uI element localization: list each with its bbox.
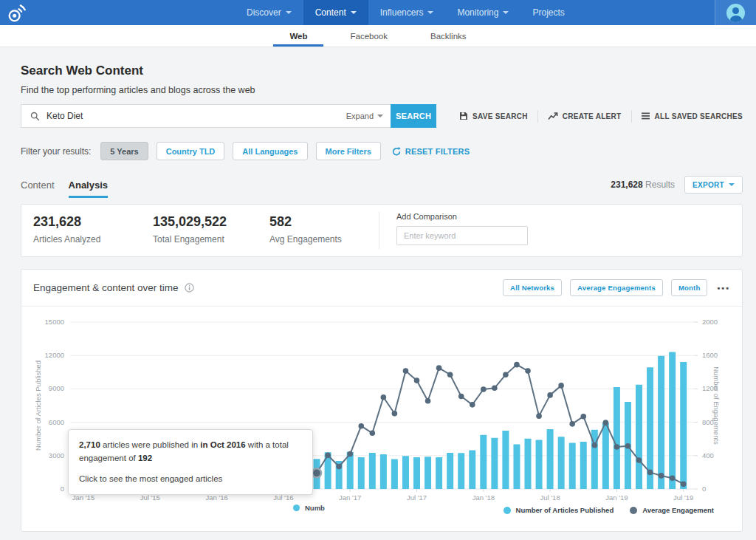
engagement-chart-card: Engagement & content over time All Netwo… — [21, 269, 743, 532]
nav-item-label: Monitoring — [457, 7, 498, 18]
nav-item-label: Projects — [532, 7, 564, 18]
tooltip-engagement-value: 192 — [138, 454, 152, 462]
legend-label: Number of Articles Published — [516, 506, 614, 514]
tab-web[interactable]: Web — [273, 25, 323, 47]
export-label: EXPORT — [693, 181, 724, 189]
page-title: Search Web Content — [21, 64, 743, 78]
stat-total-engagement: 135,029,522 Total Engagement — [153, 214, 227, 245]
nav-item-label: Influencers — [380, 7, 424, 18]
legend-partial-label: Numb — [305, 504, 325, 512]
divider — [631, 110, 632, 123]
filter-label: Filter your results: — [21, 146, 91, 157]
tooltip-text-1: articles were published in — [100, 440, 201, 449]
chart-menu-button[interactable]: ••• — [717, 284, 730, 293]
all-saved-searches-button[interactable]: ALL SAVED SEARCHES — [642, 112, 743, 120]
filter-chip-5-years[interactable]: 5 Years — [100, 142, 148, 160]
tab-analysis[interactable]: Analysis — [69, 180, 108, 198]
chart-button-average-engagements[interactable]: Average Engagements — [570, 279, 663, 296]
account-menu[interactable] — [715, 0, 756, 25]
svg-text:800: 800 — [702, 418, 714, 426]
export-button[interactable]: EXPORT — [684, 176, 743, 194]
main-content: Search Web Content Find the top performi… — [0, 47, 756, 532]
svg-text:6000: 6000 — [49, 418, 64, 426]
tab-label: Facebook — [350, 32, 388, 41]
avatar-body — [730, 16, 742, 22]
nav-item-monitoring[interactable]: Monitoring — [445, 0, 520, 25]
tab-content[interactable]: Content — [21, 180, 55, 198]
comparison-label: Add Comparison — [396, 212, 528, 221]
filter-chip-country-tld[interactable]: Country TLD — [157, 142, 225, 160]
user-avatar — [726, 4, 745, 22]
reset-filters-button[interactable]: RESET FILTERS — [392, 147, 470, 156]
tab-facebook[interactable]: Facebook — [334, 25, 404, 47]
avatar-head — [732, 7, 739, 14]
engagement-chart[interactable]: Number of Articles Published Number of E… — [21, 307, 742, 530]
nav-item-content[interactable]: Content — [303, 0, 368, 25]
tooltip-text: 2,710 articles were published in in Oct … — [79, 439, 302, 465]
info-icon[interactable] — [185, 283, 194, 293]
tab-label: Web — [289, 32, 307, 41]
tooltip-articles-value: 2,710 — [79, 440, 100, 449]
stat-label: Avg Engagements — [269, 234, 342, 245]
chart-header: Engagement & content over time All Netwo… — [21, 270, 742, 307]
svg-text:2000: 2000 — [702, 318, 718, 326]
nav-item-influencers[interactable]: Influencers — [368, 0, 446, 25]
content-type-subnav: Web Facebook Backlinks — [0, 25, 756, 47]
svg-text:Jan '17: Jan '17 — [339, 493, 361, 502]
svg-text:Jan '19: Jan '19 — [605, 493, 628, 502]
stat-label: Articles Analyzed — [33, 234, 100, 245]
save-icon — [459, 112, 468, 120]
svg-text:12000: 12000 — [45, 351, 64, 359]
legend-item-articles-published[interactable]: Number of Articles Published — [504, 506, 614, 514]
chart-title-text: Engagement & content over time — [33, 282, 179, 293]
create-alert-label: CREATE ALERT — [563, 112, 622, 120]
y-axis-right-title: Number of Engagements — [712, 366, 721, 445]
svg-text:Jul '18: Jul '18 — [540, 493, 560, 502]
nav-item-label: Discover — [247, 7, 281, 18]
refresh-icon — [392, 147, 401, 156]
chart-controls: All Networks Average Engagements Month •… — [503, 279, 730, 296]
save-search-button[interactable]: SAVE SEARCH — [459, 112, 528, 120]
svg-text:Jul '19: Jul '19 — [673, 493, 693, 502]
top-navbar: Discover Content Influencers Monitoring … — [0, 0, 756, 25]
add-comparison: Add Comparison — [396, 212, 528, 245]
tab-backlinks[interactable]: Backlinks — [414, 25, 483, 47]
chart-button-all-networks[interactable]: All Networks — [503, 279, 562, 296]
tooltip-cta: Click to see the most engaged articles — [79, 473, 302, 486]
filter-row: Filter your results: 5 Years Country TLD… — [21, 142, 743, 160]
save-search-label: SAVE SEARCH — [472, 112, 528, 120]
results-tabs-row: Content Analysis 231,628 Results EXPORT — [21, 176, 743, 198]
svg-text:0: 0 — [702, 485, 706, 493]
svg-text:0: 0 — [61, 485, 64, 493]
results-word: Results — [645, 180, 675, 190]
chevron-down-icon — [729, 183, 735, 186]
legend-dot — [504, 507, 511, 514]
buzzsumo-logo-icon — [7, 3, 27, 23]
legend-label: Average Engagement — [642, 506, 714, 514]
chart-legend: Number of Articles Published Average Eng… — [504, 506, 714, 514]
comparison-keyword-input[interactable] — [396, 226, 528, 245]
nav-item-label: Content — [315, 7, 346, 18]
nav-item-discover[interactable]: Discover — [235, 0, 303, 25]
svg-text:1200: 1200 — [702, 384, 718, 392]
buzzsumo-logo[interactable] — [0, 0, 34, 25]
search-button[interactable]: SEARCH — [391, 104, 436, 128]
expand-toggle[interactable]: Expand — [346, 112, 383, 120]
stat-articles-analyzed: 231,628 Articles Analyzed — [33, 214, 100, 245]
stat-value: 135,029,522 — [153, 214, 227, 230]
stat-avg-engagements: 582 Avg Engagements — [269, 214, 342, 245]
filter-chip-all-languages[interactable]: All Languages — [233, 142, 307, 160]
results-count: 231,628 Results — [611, 180, 675, 190]
search-input[interactable] — [47, 111, 346, 121]
search-row: Expand SEARCH SAVE SEARCH CREATE A — [21, 104, 743, 128]
legend-partial: Numb — [293, 504, 325, 512]
legend-item-average-engagement[interactable]: Average Engagement — [630, 506, 714, 514]
chart-button-month[interactable]: Month — [671, 279, 708, 296]
y-axis-left-title: Number of Articles Published — [34, 360, 42, 451]
create-alert-button[interactable]: CREATE ALERT — [548, 112, 622, 120]
svg-text:3000: 3000 — [49, 451, 64, 459]
nav-item-projects[interactable]: Projects — [520, 0, 576, 25]
svg-text:Jan '18: Jan '18 — [472, 493, 495, 502]
chart-tooltip: 2,710 articles were published in in Oct … — [68, 429, 313, 495]
filter-chip-more-filters[interactable]: More Filters — [316, 142, 381, 160]
